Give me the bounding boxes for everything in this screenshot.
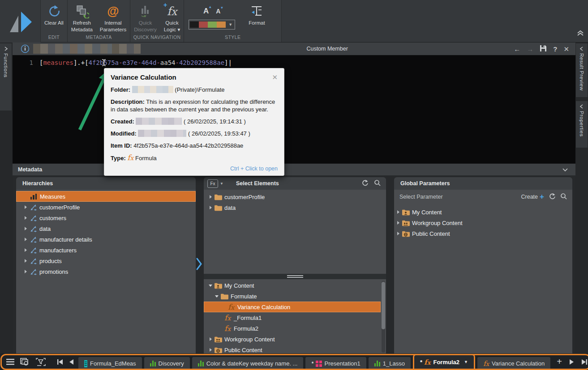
quick-logic-button[interactable]: fx + QuickLogic ▾ (160, 0, 184, 34)
tree-item-workgroup-content[interactable]: Workgroup Content (204, 334, 381, 344)
tree-item-manufacturers[interactable]: manufacturers (16, 245, 196, 255)
previous-tab-icon[interactable] (69, 359, 74, 365)
save-button[interactable] (540, 45, 547, 53)
info-icon[interactable] (21, 44, 30, 53)
color-palette-picker[interactable]: ▼ (189, 20, 235, 30)
quick-discovery-button[interactable]: QuickDiscovery (130, 0, 160, 34)
menu-icon[interactable] (6, 359, 14, 365)
tab-formula-edmeas[interactable]: Formula_EdMeas (78, 357, 142, 370)
fx-type-selector[interactable]: Fx (207, 179, 218, 188)
refresh-elements-icon[interactable] (361, 179, 369, 188)
tree-item-customerprofile[interactable]: customerProfile (16, 202, 196, 213)
tab-discovery[interactable]: Discovery (144, 357, 190, 370)
tree-collapse-arrow[interactable] (214, 295, 220, 298)
search-elements-icon[interactable] (374, 179, 381, 187)
tree-item-public-content[interactable]: Public Content (394, 228, 572, 239)
first-tab-icon[interactable] (57, 359, 63, 365)
tooltip-title: Variance Calculation (111, 73, 272, 81)
font-decrease-button[interactable]: A▼ (216, 8, 220, 15)
search-parameters-icon[interactable] (560, 193, 567, 201)
format-button[interactable]: Format (245, 0, 268, 34)
hierarchies-title: Hierarchies (16, 180, 53, 187)
tree-expand-arrow[interactable] (395, 210, 401, 214)
scrollbar-thumb[interactable] (382, 282, 385, 329)
tree-expand-arrow[interactable] (22, 205, 29, 209)
tree-item-promotions[interactable]: promotions (16, 266, 196, 277)
tab-formula2[interactable]: *fxFormula2▼ (413, 354, 475, 370)
last-tab-icon[interactable] (581, 359, 588, 365)
tree-item-customerprofile[interactable]: customerProfile (204, 191, 386, 202)
bars-green-icon (198, 361, 204, 366)
tree-expand-arrow[interactable] (22, 238, 29, 241)
font-increase-button[interactable]: A▲ (203, 7, 209, 16)
tree-expand-arrow[interactable] (22, 248, 29, 252)
ribbon-caption-metadata: METADATA (68, 34, 130, 42)
tree-expand-arrow[interactable] (207, 348, 214, 352)
tooltip-close-icon[interactable]: ✕ (272, 73, 278, 81)
back-button[interactable]: ← (514, 46, 520, 52)
list-teal-icon (84, 360, 87, 367)
panel-splitter-handle[interactable] (204, 274, 386, 279)
result-preview-tab[interactable]: Result Preview (576, 43, 588, 97)
tree-expand-arrow[interactable] (22, 270, 29, 273)
tree-item-customers[interactable]: customers (16, 213, 196, 223)
refresh-metadata-button[interactable]: RefreshMetadata (68, 0, 96, 34)
create-parameter-button[interactable]: Create+ (521, 192, 544, 201)
properties-tab[interactable]: Properties (576, 101, 588, 148)
metadata-collapse-icon[interactable] (562, 166, 575, 174)
tree-expand-arrow[interactable] (207, 195, 214, 199)
next-tab-icon[interactable] (569, 359, 574, 365)
tree-item-my-content[interactable]: My Content (394, 207, 572, 217)
forward-button[interactable]: → (527, 46, 533, 52)
tree-item-workgroup-content[interactable]: Workgroup Content (394, 217, 572, 228)
clear-all-button[interactable]: Clear All (41, 0, 67, 34)
copy-search-icon[interactable] (20, 358, 30, 366)
content-tree-scrollbar[interactable] (382, 281, 385, 353)
filter-view-icon[interactable] (36, 358, 46, 366)
at-sign-icon: @ (107, 3, 119, 20)
tree-expand-arrow[interactable] (395, 221, 401, 225)
close-editor-button[interactable]: ✕ (563, 46, 569, 52)
tab-color-datekey-weekday-name[interactable]: Color & dateKey weekday name. ... (192, 357, 304, 370)
add-tab-button[interactable]: + (557, 357, 562, 367)
tree-expand-arrow[interactable] (22, 227, 29, 230)
refresh-parameters-icon[interactable] (549, 193, 556, 201)
tab-1-lasso[interactable]: 1_Lasso (369, 357, 411, 370)
formula-code-editor[interactable]: 1 [measures].+[4f2b575a-e37e-464d-aa54-4… (13, 55, 575, 163)
functions-panel-tab[interactable]: Functions (0, 43, 12, 111)
tree-item-data[interactable]: data (204, 202, 386, 213)
bars-green-icon (150, 361, 156, 366)
metadata-section-bar[interactable]: Metadata (13, 163, 575, 175)
help-button[interactable]: ? (553, 46, 557, 52)
quick-discovery-label-1: Quick (139, 20, 152, 26)
tree-item-formulate[interactable]: Formulate (204, 291, 381, 302)
tree-item-products[interactable]: products (16, 255, 196, 266)
tree-item-formula2[interactable]: fxFormula2 (204, 323, 381, 334)
app-logo[interactable] (0, 0, 41, 43)
tree-item-data[interactable]: data (16, 223, 196, 234)
tree-expand-arrow[interactable] (207, 337, 214, 341)
fx-selector-dropdown-icon[interactable]: ▼ (220, 182, 223, 186)
tree-item-label: My Content (224, 282, 254, 289)
collapse-hierarchies-chevron[interactable] (195, 257, 202, 273)
tree-item-variance-calculation[interactable]: fxVariance Calculation (204, 302, 381, 312)
internal-parameters-label-1: Internal (104, 20, 121, 26)
palette-swatch-1 (190, 21, 199, 28)
tab-variance-calculation[interactable]: fxVariance Calculation (477, 357, 550, 370)
tree-expand-arrow[interactable] (395, 232, 401, 235)
tree-item-manufacturer-details[interactable]: manufacturer details (16, 234, 196, 245)
tree-item-label: _Formula1 (234, 315, 262, 321)
collapse-ribbon-button[interactable] (576, 30, 584, 38)
tab-presentation1[interactable]: *Presentation1 (305, 357, 366, 370)
tree-expand-arrow[interactable] (207, 206, 214, 209)
ctrl-click-open-link[interactable]: Ctrl + Click to open (111, 166, 278, 172)
tree-collapse-arrow[interactable] (207, 285, 214, 287)
tree-item-formula1[interactable]: fx_Formula1 (204, 312, 381, 323)
tree-expand-arrow[interactable] (22, 216, 29, 220)
tab-dropdown-icon[interactable]: ▼ (464, 360, 468, 364)
internal-parameters-button[interactable]: @ InternalParameters (96, 0, 130, 34)
tree-item-label: Workgroup Content (224, 336, 275, 343)
tree-item-measures[interactable]: Measures (16, 191, 196, 202)
tree-expand-arrow[interactable] (22, 259, 29, 263)
tree-item-my-content[interactable]: My Content (204, 280, 381, 291)
